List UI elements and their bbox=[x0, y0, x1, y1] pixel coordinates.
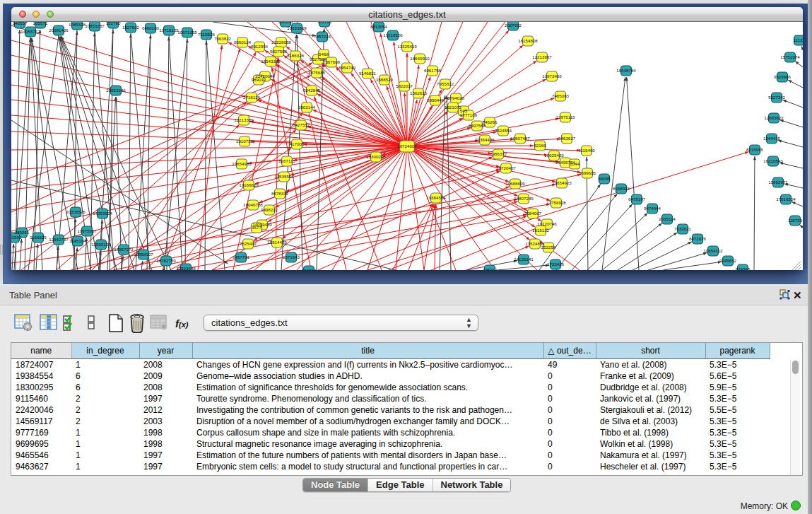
svg-text:15751074: 15751074 bbox=[780, 54, 800, 59]
svg-text:14136141: 14136141 bbox=[514, 257, 534, 262]
svg-text:9084067: 9084067 bbox=[524, 211, 542, 216]
svg-text:62160: 62160 bbox=[534, 143, 546, 148]
svg-text:991591: 991591 bbox=[11, 235, 22, 240]
svg-text:924565: 924565 bbox=[736, 267, 751, 270]
svg-text:7485083: 7485083 bbox=[552, 93, 570, 98]
svg-text:84095: 84095 bbox=[598, 176, 611, 181]
svg-text:10958107: 10958107 bbox=[134, 252, 153, 257]
svg-text:16648784: 16648784 bbox=[616, 68, 636, 73]
svg-text:12756928: 12756928 bbox=[546, 200, 566, 205]
svg-text:15720407: 15720407 bbox=[496, 165, 516, 170]
svg-text:12213967: 12213967 bbox=[532, 54, 552, 59]
svg-text:9146821: 9146821 bbox=[359, 71, 377, 76]
svg-text:16543382: 16543382 bbox=[261, 59, 281, 64]
svg-text:1527602: 1527602 bbox=[122, 25, 140, 30]
svg-text:20691406: 20691406 bbox=[49, 28, 69, 33]
svg-text:3875685: 3875685 bbox=[308, 70, 326, 75]
svg-text:17016504: 17016504 bbox=[776, 197, 796, 201]
svg-text:6961758: 6961758 bbox=[424, 68, 442, 73]
svg-text:8938923: 8938923 bbox=[613, 186, 630, 191]
svg-text:1044: 1044 bbox=[570, 161, 579, 166]
svg-text:1156829: 1156829 bbox=[30, 235, 47, 240]
svg-text:9245652: 9245652 bbox=[719, 258, 737, 263]
svg-text:19218506: 19218506 bbox=[383, 33, 403, 37]
svg-text:9227342: 9227342 bbox=[768, 95, 786, 100]
svg-text:11123: 11123 bbox=[794, 37, 803, 42]
svg-text:2935114: 2935114 bbox=[659, 216, 676, 221]
svg-text:6466160: 6466160 bbox=[142, 25, 160, 30]
svg-text:23226058: 23226058 bbox=[271, 40, 291, 45]
svg-text:1498222: 1498222 bbox=[261, 207, 278, 212]
svg-text:7515526: 7515526 bbox=[198, 32, 216, 37]
svg-text:8471676: 8471676 bbox=[689, 236, 707, 241]
svg-text:19654923: 19654923 bbox=[552, 180, 572, 185]
svg-text:3624554: 3624554 bbox=[495, 128, 512, 133]
svg-text:13325419: 13325419 bbox=[397, 44, 417, 49]
svg-text:5468: 5468 bbox=[319, 52, 329, 57]
svg-text:16154808: 16154808 bbox=[518, 38, 538, 43]
svg-text:9457791: 9457791 bbox=[233, 255, 250, 259]
svg-text:5822037: 5822037 bbox=[396, 83, 413, 88]
svg-text:164904: 164904 bbox=[302, 268, 317, 270]
svg-text:10688609: 10688609 bbox=[505, 181, 525, 186]
svg-text:9242845: 9242845 bbox=[303, 88, 321, 93]
svg-text:417006: 417006 bbox=[290, 141, 305, 146]
svg-text:16046788: 16046788 bbox=[243, 202, 263, 207]
svg-text:9463627: 9463627 bbox=[558, 136, 576, 141]
svg-text:1571643: 1571643 bbox=[283, 255, 300, 259]
svg-text:16210643: 16210643 bbox=[763, 158, 783, 163]
svg-text:8427552: 8427552 bbox=[293, 122, 310, 127]
svg-text:989012: 989012 bbox=[252, 77, 266, 82]
svg-text:8912954: 8912954 bbox=[251, 44, 269, 49]
svg-text:240557: 240557 bbox=[13, 22, 28, 25]
svg-text:785722: 785722 bbox=[317, 22, 332, 24]
svg-text:10975867: 10975867 bbox=[77, 228, 97, 233]
svg-text:9474444: 9474444 bbox=[644, 206, 661, 211]
svg-text:6794028: 6794028 bbox=[447, 95, 465, 100]
svg-text:7955812: 7955812 bbox=[437, 81, 454, 86]
svg-text:12942737: 12942737 bbox=[49, 237, 69, 242]
svg-text:1244415: 1244415 bbox=[763, 136, 781, 141]
svg-text:19384554: 19384554 bbox=[426, 195, 446, 200]
svg-text:18300295: 18300295 bbox=[366, 154, 386, 159]
svg-text:9699695: 9699695 bbox=[579, 170, 596, 175]
svg-text:10025433: 10025433 bbox=[544, 153, 564, 158]
svg-text:10671355: 10671355 bbox=[177, 30, 197, 35]
svg-text:8813054: 8813054 bbox=[370, 24, 388, 29]
svg-text:7625402: 7625402 bbox=[240, 241, 257, 246]
svg-text:9827508: 9827508 bbox=[270, 49, 288, 54]
svg-text:9777169: 9777169 bbox=[460, 112, 478, 117]
svg-text:21364436: 21364436 bbox=[475, 137, 495, 142]
svg-text:1733426: 1733426 bbox=[547, 262, 565, 267]
svg-text:10807487: 10807487 bbox=[510, 136, 530, 141]
svg-text:7986372: 7986372 bbox=[490, 151, 507, 156]
svg-text:13535594: 13535594 bbox=[274, 174, 294, 179]
svg-text:252254: 252254 bbox=[541, 245, 556, 250]
svg-text:10654112: 10654112 bbox=[703, 248, 723, 253]
svg-text:2087682: 2087682 bbox=[505, 23, 522, 28]
svg-text:17957273: 17957273 bbox=[114, 247, 134, 252]
svg-text:20206526: 20206526 bbox=[66, 209, 86, 214]
svg-text:1615132: 1615132 bbox=[532, 228, 550, 233]
svg-text:1910753: 1910753 bbox=[236, 139, 254, 144]
svg-text:335051: 335051 bbox=[15, 230, 30, 235]
svg-text:1145194: 1145194 bbox=[69, 238, 86, 243]
svg-text:12923448: 12923448 bbox=[176, 266, 196, 270]
svg-text:6479197: 6479197 bbox=[628, 197, 646, 201]
svg-text:1085328: 1085328 bbox=[69, 22, 86, 27]
svg-text:17359924: 17359924 bbox=[93, 211, 112, 216]
svg-text:16033809: 16033809 bbox=[287, 25, 307, 30]
svg-text:12505195: 12505195 bbox=[91, 242, 111, 247]
svg-text:1362615: 1362615 bbox=[410, 90, 428, 95]
svg-text:10853287: 10853287 bbox=[85, 23, 105, 28]
svg-text:18807249: 18807249 bbox=[514, 196, 534, 201]
svg-text:3577: 3577 bbox=[252, 225, 261, 230]
svg-text:9529966: 9529966 bbox=[774, 74, 792, 79]
svg-text:9115460: 9115460 bbox=[578, 148, 595, 153]
svg-text:12213389: 12213389 bbox=[234, 117, 254, 122]
svg-text:7632621: 7632621 bbox=[674, 226, 692, 231]
svg-text:8454749: 8454749 bbox=[339, 65, 356, 70]
svg-text:160338: 160338 bbox=[278, 22, 293, 24]
svg-text:16782759: 16782759 bbox=[156, 258, 176, 263]
svg-text:8215955: 8215955 bbox=[746, 147, 764, 152]
